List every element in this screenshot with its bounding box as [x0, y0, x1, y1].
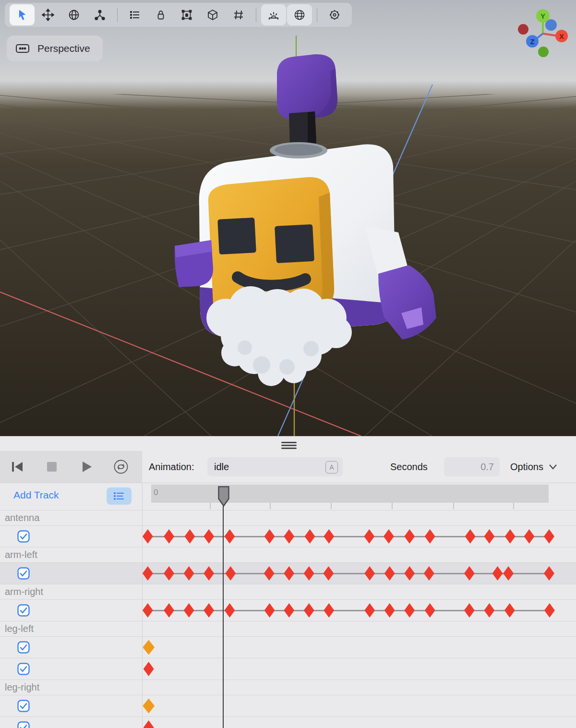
keyframe-diamond[interactable]: [184, 529, 195, 544]
track-row: [0, 599, 576, 621]
keyframe-diamond[interactable]: [364, 603, 375, 618]
tracks-area: Add Track 0: [0, 483, 576, 728]
track-list-menu-button[interactable]: [107, 487, 132, 505]
keyframe-diamond[interactable]: [524, 529, 534, 544]
keyframe-diamond[interactable]: [384, 529, 394, 544]
timeline-ruler[interactable]: 0: [151, 485, 549, 503]
track-label-row: antenna: [0, 510, 576, 525]
keyframe-diamond[interactable]: [143, 640, 155, 655]
keyframe-diamond[interactable]: [225, 566, 236, 581]
keyframe-diamond[interactable]: [323, 566, 334, 581]
keyframe-diamond[interactable]: [164, 566, 174, 581]
keyframe-diamond[interactable]: [225, 529, 235, 544]
keyframe-diamond[interactable]: [225, 603, 235, 618]
keyframe-diamond[interactable]: [404, 566, 415, 581]
keyframe-diamond[interactable]: [264, 566, 275, 581]
camera-selector-button[interactable]: Perspective: [7, 36, 103, 61]
keyframe-diamond[interactable]: [425, 603, 435, 618]
keyframe-diamond[interactable]: [305, 529, 315, 544]
move-tool-button[interactable]: [36, 4, 60, 25]
keyframe-diamond[interactable]: [464, 566, 475, 581]
scene-canvas[interactable]: [0, 0, 576, 436]
app-window: Perspective Y X Z: [0, 0, 576, 728]
gizmo-neg-x[interactable]: [518, 24, 528, 35]
keyframe-diamond[interactable]: [204, 529, 214, 544]
environment-globe-button[interactable]: [287, 4, 312, 25]
keyframe-diamond[interactable]: [164, 603, 174, 618]
rotate-tool-button[interactable]: [61, 4, 86, 25]
keyframe-diamond[interactable]: [504, 603, 515, 618]
panel-drag-handle[interactable]: [281, 440, 297, 449]
keyframe-diamond[interactable]: [324, 529, 334, 544]
keyframe-diamond[interactable]: [304, 603, 314, 618]
keyframe-diamond[interactable]: [144, 662, 154, 676]
track-enabled-checkbox[interactable]: [17, 663, 30, 675]
track-enabled-checkbox[interactable]: [17, 604, 30, 617]
keyframe-diamond[interactable]: [544, 529, 554, 544]
keyframe-diamond[interactable]: [505, 529, 516, 544]
seconds-input[interactable]: 0.7: [444, 457, 500, 476]
frame-select-button[interactable]: [174, 4, 199, 25]
keyframe-diamond[interactable]: [364, 566, 375, 581]
track-enabled-checkbox[interactable]: [17, 700, 30, 712]
keyframe-diamond[interactable]: [544, 603, 555, 618]
keyframe-diamond[interactable]: [492, 566, 503, 581]
gizmo-neg-y[interactable]: [538, 47, 549, 57]
lock-tool-button[interactable]: [148, 4, 173, 25]
cube-tool-button[interactable]: [200, 4, 225, 25]
light-toggle-button[interactable]: [261, 4, 286, 25]
track-enabled-checkbox[interactable]: [17, 567, 30, 580]
grid-tool-button[interactable]: [226, 4, 251, 25]
keyframe-diamond[interactable]: [304, 566, 314, 581]
rotate-icon: [67, 8, 81, 22]
keyframe-diamond[interactable]: [424, 566, 434, 581]
keyframe-diamond[interactable]: [464, 603, 475, 618]
keyframe-diamond[interactable]: [364, 529, 374, 544]
keyframe-diamond[interactable]: [284, 529, 294, 544]
keyframe-diamond[interactable]: [143, 566, 153, 581]
keyframe-diamond[interactable]: [484, 603, 494, 618]
keyframe-diamond[interactable]: [264, 529, 275, 544]
select-tool-button[interactable]: [10, 4, 35, 25]
track-enabled-checkbox[interactable]: [17, 530, 30, 543]
loop-button[interactable]: [104, 455, 138, 478]
keyframe-diamond[interactable]: [143, 603, 153, 618]
stop-button[interactable]: [35, 455, 69, 478]
settings-button[interactable]: [322, 4, 347, 25]
keyframe-diamond[interactable]: [264, 603, 275, 618]
keyframe-diamond[interactable]: [484, 529, 494, 544]
play-button[interactable]: [69, 455, 104, 478]
orientation-gizmo[interactable]: Y X Z: [517, 6, 569, 59]
keyframe-diamond[interactable]: [425, 529, 435, 544]
outline-list-button[interactable]: [122, 4, 147, 25]
keyframe-diamond[interactable]: [143, 529, 153, 544]
keyframe-diamond[interactable]: [384, 566, 395, 581]
playhead-handle[interactable]: [217, 485, 230, 510]
track-enabled-checkbox[interactable]: [17, 641, 30, 654]
animation-name-input[interactable]: idle A: [207, 457, 343, 476]
keyframe-diamond[interactable]: [204, 603, 214, 618]
keyframe-diamond[interactable]: [184, 603, 194, 618]
keyframe-diamond[interactable]: [384, 603, 395, 618]
keyframe-diamond[interactable]: [284, 603, 294, 618]
keyframe-diamond[interactable]: [324, 603, 334, 618]
skip-to-start-button[interactable]: [0, 455, 35, 478]
toolbar-divider: [317, 8, 317, 22]
track-enabled-checkbox[interactable]: [17, 721, 30, 728]
keyframe-diamond[interactable]: [143, 699, 155, 714]
keyframe-diamond[interactable]: [544, 566, 554, 581]
keyframe-diamond[interactable]: [284, 566, 294, 581]
3d-viewport[interactable]: Perspective Y X Z: [0, 0, 576, 436]
keyframe-diamond[interactable]: [184, 566, 194, 581]
keyframe-diamond[interactable]: [404, 529, 415, 544]
keyframe-diamond[interactable]: [204, 566, 214, 581]
joint-tool-button[interactable]: [87, 4, 112, 25]
keyframe-diamond[interactable]: [164, 529, 174, 544]
keyframe-diamond[interactable]: [404, 603, 415, 618]
add-track-button[interactable]: Add Track: [13, 489, 59, 501]
keyframe-diamond[interactable]: [144, 720, 154, 728]
options-menu[interactable]: Options: [510, 451, 558, 483]
keyframe-diamond[interactable]: [465, 529, 476, 544]
main-toolbar: [5, 3, 352, 27]
keyframe-diamond[interactable]: [503, 566, 514, 581]
